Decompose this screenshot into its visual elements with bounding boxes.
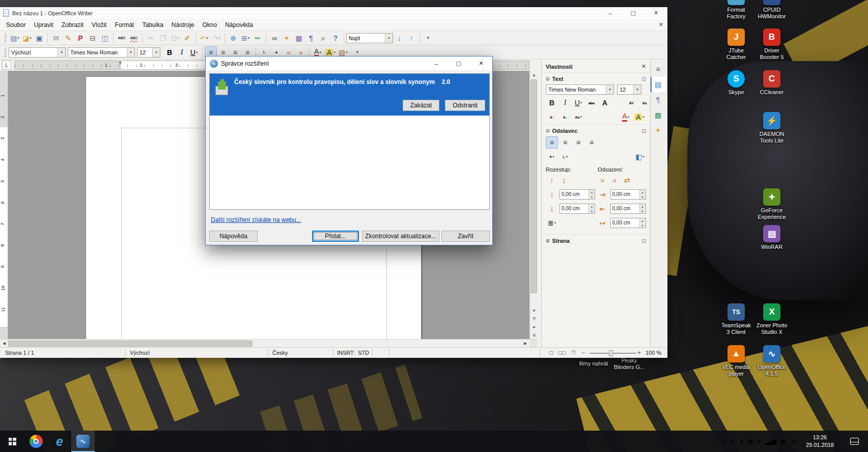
combo-dropdown-icon[interactable]: ▾ bbox=[152, 48, 160, 57]
zoom-level[interactable]: 100 % bbox=[646, 350, 661, 356]
get-more-extensions-link[interactable]: Další rozšíření získáte na webu... bbox=[211, 216, 301, 223]
toolbar-icon[interactable] bbox=[344, 33, 344, 43]
sidebar-icon-character-dialog[interactable]: Aa bbox=[638, 97, 651, 109]
toolbar-icon-page-preview[interactable]: ◫ bbox=[99, 32, 111, 44]
scroll-left-icon[interactable]: ◀ bbox=[0, 340, 8, 348]
desktop-icon-teamspeak-3-client[interactable]: TS TeamSpeak 3 Client bbox=[720, 303, 752, 335]
find-previous-button[interactable]: ↑ bbox=[405, 32, 417, 44]
navigation-button[interactable]: ● bbox=[530, 323, 538, 331]
format-icon-underline[interactable]: U ▾ bbox=[188, 46, 200, 59]
menu-item[interactable]: Nástroje bbox=[167, 20, 199, 30]
sidebar-tab-gallery[interactable]: ▩ bbox=[651, 107, 665, 123]
sidebar-icon-underline[interactable]: U ▾ bbox=[572, 97, 584, 109]
sidebar-icon-decrease-indent[interactable]: « bbox=[609, 174, 621, 186]
sidebar-tab-styles[interactable]: ¶ bbox=[651, 92, 665, 107]
sidebar-font-name-select[interactable]: Times New Roman ▾ bbox=[546, 84, 614, 95]
next-page-button[interactable]: ⇊ bbox=[530, 331, 538, 339]
title-bar[interactable]: Bez názvu 1 - OpenOffice Writer – ▢ ✕ bbox=[0, 7, 667, 19]
taskbar-clock[interactable]: 13:26 29.01.2018 bbox=[801, 434, 839, 449]
menu-item[interactable]: Zobrazit bbox=[58, 20, 88, 30]
zoom-slider[interactable] bbox=[590, 353, 636, 354]
spin-down-icon[interactable]: ▼ bbox=[640, 194, 646, 199]
scroll-down-icon[interactable]: ▼ bbox=[530, 306, 538, 315]
desktop-icon-geforce-experience[interactable]: ✦ GeForce Experience bbox=[755, 188, 788, 220]
combo-dropdown-icon[interactable]: ▾ bbox=[127, 48, 134, 57]
sidebar-icon-strikethrough[interactable]: abc bbox=[585, 97, 598, 109]
extension-list-item[interactable]: Český slovník pro kontrolu pravopisu, dě… bbox=[210, 74, 489, 116]
remove-button[interactable]: Odstranit bbox=[445, 100, 485, 111]
desktop-icon-vlc-media-player[interactable]: ▲ VLC media player bbox=[720, 345, 752, 377]
taskbar-app-edge[interactable]: e bbox=[48, 431, 71, 452]
sidebar-icon-bold[interactable]: B bbox=[546, 97, 558, 109]
menu-item[interactable]: Nápověda bbox=[221, 20, 257, 30]
toolbar-icon-redo[interactable]: ↷ ▾ bbox=[210, 32, 222, 44]
toolbar-icon-edit-file[interactable]: ✎ bbox=[62, 32, 74, 44]
start-button[interactable] bbox=[0, 431, 24, 452]
sidebar-icon-bullets[interactable]: • ▾ bbox=[546, 151, 558, 163]
menu-item[interactable]: Tabulka bbox=[138, 20, 167, 30]
toolbar-icon[interactable] bbox=[195, 33, 196, 43]
sidebar-font-size-select[interactable]: 12 ▾ bbox=[617, 84, 641, 95]
menu-item[interactable]: Okno bbox=[199, 20, 221, 30]
toolbar-icon-format-paintbrush[interactable]: ✐ bbox=[181, 32, 193, 44]
desktop-icon-openoffice-4-1-5[interactable]: ∿ OpenOffice 4.1.5 bbox=[755, 345, 788, 377]
desktop-icon-zoner-photo-studio-x[interactable]: X Zoner Photo Studio X bbox=[755, 303, 788, 335]
toolbar-icon-help[interactable]: ? bbox=[329, 32, 342, 44]
action-center-button[interactable] bbox=[844, 438, 865, 445]
format-icon[interactable] bbox=[202, 47, 203, 58]
vertical-scrollbar[interactable]: ▲ ▼ ⇈ ● ⇊ bbox=[529, 71, 538, 339]
toolbar-icon-find-replace[interactable]: ∞ bbox=[268, 32, 281, 44]
toolbar-icon-spelling[interactable]: ABC bbox=[116, 32, 128, 44]
desktop-icon-winrar[interactable]: ▤ WinRAR bbox=[755, 225, 788, 250]
toolbar-icon[interactable] bbox=[113, 33, 114, 43]
dialog-maximize-button[interactable]: ▢ bbox=[447, 56, 470, 70]
taskbar-app-openoffice[interactable]: ∿ bbox=[71, 431, 95, 452]
sidebar-icon-numbering[interactable]: 1. ▾ bbox=[559, 151, 571, 163]
toolbar-icon-save[interactable]: ▣ bbox=[33, 32, 45, 44]
sidebar-icon-grow-font[interactable]: A↑ bbox=[546, 111, 558, 123]
sidebar-tab-sidebar-menu[interactable]: ≡ bbox=[651, 62, 665, 77]
tray-icon-hidden-icons[interactable]: ▴ bbox=[723, 438, 726, 445]
toolbar-grip[interactable] bbox=[5, 34, 6, 43]
toolbar-icon-draw-functions[interactable]: ✏ bbox=[251, 32, 264, 44]
toolbar-icon-print[interactable]: ⊟ bbox=[87, 32, 99, 44]
horizontal-scrollbar-thumb[interactable] bbox=[8, 341, 253, 347]
indent-after-input[interactable]: 0,00 cm ▲▼ bbox=[610, 204, 646, 214]
tray-icon-tray-green[interactable]: ▦ bbox=[748, 438, 752, 445]
toolbar-icon-open[interactable]: ◪ ▾ bbox=[21, 32, 33, 44]
check-updates-button[interactable]: Zkontrolovat aktualizace... bbox=[362, 231, 439, 242]
horizontal-scrollbar[interactable]: ◀ ▶ bbox=[0, 339, 538, 347]
sidebar-icon-highlight[interactable]: A ▾ bbox=[633, 111, 646, 123]
spin-up-icon[interactable]: ▲ bbox=[640, 190, 646, 194]
sidebar-icon-paragraph-background[interactable]: ◧ ▾ bbox=[634, 151, 646, 163]
paragraph-style-select[interactable]: Výchozí ▾ bbox=[9, 47, 66, 58]
sidebar-icon-increase-indent[interactable]: » bbox=[597, 174, 609, 186]
toolbar-icon-email[interactable]: ✉ bbox=[50, 32, 62, 44]
sidebar-icon-align-justify[interactable]: ≡ bbox=[585, 136, 598, 149]
previous-page-button[interactable]: ⇈ bbox=[530, 315, 538, 323]
toolbar-icon-table[interactable]: ⊞ ▾ bbox=[239, 32, 251, 44]
spin-down-icon[interactable]: ▼ bbox=[640, 223, 646, 228]
spin-up-icon[interactable]: ▲ bbox=[640, 204, 646, 209]
sidebar-icon-character-spacing[interactable]: AV bbox=[625, 97, 637, 109]
spin-down-icon[interactable]: ▼ bbox=[589, 194, 595, 199]
tray-icon-tray-blue[interactable]: ✦ bbox=[739, 438, 743, 445]
desktop-icon-jtube-catcher[interactable]: J JTube Catcher bbox=[720, 29, 752, 61]
tray-icon-display[interactable]: ▣ bbox=[780, 438, 785, 445]
menu-item[interactable]: Vložit bbox=[88, 20, 110, 30]
desktop-icon-ccleaner[interactable]: C CCleaner bbox=[755, 70, 788, 96]
maximize-button[interactable]: ▢ bbox=[622, 7, 645, 19]
format-icon-bold[interactable]: B bbox=[163, 46, 176, 59]
format-icon-italic[interactable]: I bbox=[176, 46, 188, 59]
close-button[interactable]: ✕ bbox=[645, 7, 667, 19]
sidebar-icon-decrease-spacing[interactable]: ↨ bbox=[558, 174, 570, 186]
disable-button[interactable]: Zakázat bbox=[403, 100, 440, 111]
spin-up-icon[interactable]: ▲ bbox=[589, 190, 595, 194]
toolbar-icon-cut[interactable]: ✂ bbox=[145, 32, 157, 44]
toolbar-icon-export-pdf[interactable]: P bbox=[74, 32, 87, 44]
collapse-icon[interactable]: ⊟ bbox=[546, 128, 550, 133]
spacing-below-input[interactable]: 0,00 cm ▲▼ bbox=[559, 204, 595, 214]
toolbar-icon[interactable] bbox=[142, 33, 143, 43]
sidebar-icon-font-color[interactable]: A ▾ bbox=[620, 111, 632, 123]
spin-up-icon[interactable]: ▲ bbox=[640, 218, 646, 223]
